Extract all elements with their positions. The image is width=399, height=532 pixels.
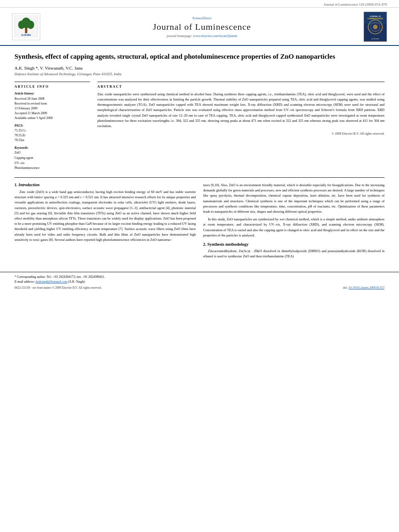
received-revised-date: 13 February 2009	[14, 106, 90, 111]
article-title: Synthesis, effect of capping agents, str…	[14, 52, 385, 62]
received-revised-label: Received in revised form	[14, 101, 90, 106]
svg-rect-4	[25, 28, 27, 33]
body-right-column: tures [9,10]. Also, ZnO is an environmen…	[203, 183, 385, 259]
journal-homepage-link[interactable]: www.elsevier.com/locate/jlumin	[193, 34, 237, 38]
journal-reference: Journal of Luminescence 129 (2009) 874–8…	[324, 2, 387, 6]
section2-text: Zincacetatedihydrate, Zn(Ac)₂ · 2H₂O dis…	[203, 249, 385, 259]
pacs-block: PACS: 71.35.Cc 78.55.Et 78.55m	[14, 124, 90, 143]
section1-title: 1. Introduction	[14, 183, 196, 187]
article-area: Synthesis, effect of capping agents, str…	[0, 46, 399, 265]
sciencedirect-line: ScienceDirect	[44, 16, 360, 20]
keyword-2: Capping agent	[14, 156, 90, 161]
keyword-1: ZnO	[14, 150, 90, 156]
keyword-3: UV–vis	[14, 161, 90, 166]
footer-bottom: 0022-2313/$ - see front matter © 2009 El…	[14, 286, 385, 290]
accepted-date: Accepted 21 March 2009	[14, 111, 90, 116]
journal-header: ELSEVIER ScienceDirect Journal of Lumine…	[0, 8, 399, 46]
section1-left-text: Zinc oxide (ZnO) is a wide band gap semi…	[14, 189, 196, 242]
journal-cover-image: JOURNAL OF LUMINESCENCE ELSEVIER	[364, 12, 387, 42]
svg-text:ELSEVIER: ELSEVIER	[371, 38, 379, 40]
keywords-block: Keywords: ZnO Capping agent UV–vis Photo…	[14, 146, 90, 171]
article-info-header: ARTICLE INFO	[14, 84, 90, 88]
svg-text:JOURNAL OF: JOURNAL OF	[370, 15, 381, 17]
svg-point-2	[18, 21, 25, 29]
sciencedirect-link[interactable]: ScienceDirect	[192, 16, 212, 20]
footer-doi: doi: 10.1016/j.jlumin.2009.03.027	[343, 286, 385, 290]
journal-cover-svg: JOURNAL OF LUMINESCENCE ELSEVIER	[364, 12, 387, 42]
available-date: Available online 5 April 2009	[14, 116, 90, 121]
abstract-column: ABSTRACT Zinc oxide nanoparticles were s…	[97, 82, 385, 171]
elsevier-logo-inner: ELSEVIER	[12, 13, 40, 40]
svg-text:ELSEVIER: ELSEVIER	[21, 34, 31, 36]
body-left-column: 1. Introduction Zinc oxide (ZnO) is a wi…	[14, 183, 196, 259]
top-reference-line: Journal of Luminescence 129 (2009) 874–8…	[0, 0, 399, 8]
received-date: Received 28 June 2008	[14, 97, 90, 101]
footer-issn: 0022-2313/$ - see front matter © 2009 El…	[14, 286, 102, 290]
article-info-abstract-section: ARTICLE INFO Article history: Received 2…	[14, 82, 385, 171]
keywords-label: Keywords:	[14, 146, 90, 150]
svg-text:LUMINESCENCE: LUMINESCENCE	[368, 18, 383, 20]
abstract-text: Zinc oxide nanoparticles were synthesize…	[97, 92, 385, 129]
copyright-line: © 2009 Elsevier B.V. All rights reserved…	[97, 132, 385, 136]
email-label: E-mail address:	[14, 280, 35, 283]
affiliation: Defence Institute of Advanced Technology…	[14, 72, 385, 76]
footnote-corresponding: * Corresponding author. Tel.: +91 202430…	[14, 275, 385, 279]
page-footer: * Corresponding author. Tel.: +91 202430…	[0, 272, 399, 292]
journal-homepage-line: journal homepage: www.elsevier.com/locat…	[44, 34, 360, 38]
section2-title: 2. Synthesis methodology	[203, 242, 385, 246]
svg-point-10	[373, 25, 378, 29]
footnote-email: E-mail address: draksingh@hotmail.com (A…	[14, 279, 385, 284]
page-wrapper: Journal of Luminescence 129 (2009) 874–8…	[0, 0, 399, 532]
keyword-4: Photoluminescence	[14, 166, 90, 171]
section1-right-p1: tures [9,10]. Also, ZnO is an environmen…	[203, 183, 385, 214]
pacs-item-2: 78.55.Et	[14, 133, 90, 138]
email-link[interactable]: draksingh@hotmail.com	[35, 280, 67, 283]
pacs-item-3: 78.55m	[14, 138, 90, 143]
svg-point-3	[27, 21, 34, 29]
article-history-label: Article history:	[14, 92, 90, 95]
journal-title: Journal of Luminescence	[44, 22, 360, 32]
section1-right-p2: In this study, ZnO nanoparticles are syn…	[203, 217, 385, 238]
pacs-item-1: 71.35.Cc	[14, 128, 90, 133]
authors-line: A.K. Singh *, V. Viswanath, V.C. Janu	[14, 66, 385, 70]
elsevier-tree-icon: ELSEVIER	[14, 15, 38, 37]
email-name: (A.K. Singh).	[68, 280, 86, 283]
body-section: 1. Introduction Zinc oxide (ZnO) is a wi…	[14, 177, 385, 259]
doi-link[interactable]: 10.1016/j.jlumin.2009.03.027	[349, 286, 385, 290]
abstract-header: ABSTRACT	[97, 84, 385, 88]
article-info-column: ARTICLE INFO Article history: Received 2…	[14, 82, 90, 171]
elsevier-logo: ELSEVIER	[12, 13, 40, 40]
header-center: ScienceDirect Journal of Luminescence jo…	[44, 16, 360, 38]
pacs-label: PACS:	[14, 124, 90, 127]
